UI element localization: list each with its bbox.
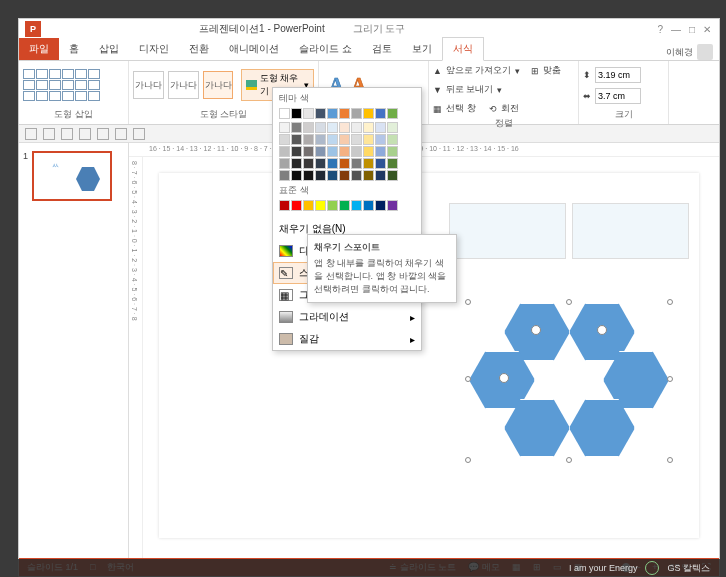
color-swatch[interactable] — [351, 108, 362, 119]
rotation-handle[interactable] — [597, 325, 607, 335]
qat-icon[interactable] — [115, 128, 127, 140]
color-swatch[interactable] — [327, 158, 338, 169]
color-swatch[interactable] — [375, 200, 386, 211]
color-swatch[interactable] — [387, 170, 398, 181]
tab-insert[interactable]: 삽입 — [89, 38, 129, 60]
tab-animations[interactable]: 애니메이션 — [219, 38, 289, 60]
theme-tint-rows[interactable] — [279, 122, 415, 181]
color-swatch[interactable] — [363, 146, 374, 157]
color-swatch[interactable] — [327, 134, 338, 145]
close-button[interactable]: ✕ — [703, 24, 711, 35]
color-swatch[interactable] — [387, 158, 398, 169]
tab-transitions[interactable]: 전환 — [179, 38, 219, 60]
slide-editor[interactable]: 16 · 15 · 14 · 13 · 12 · 11 · 10 · 9 · 8… — [129, 143, 719, 558]
color-swatch[interactable] — [339, 108, 350, 119]
slide-thumbnail-1[interactable]: ㅆ — [32, 151, 112, 201]
color-swatch[interactable] — [279, 146, 290, 157]
color-swatch[interactable] — [375, 134, 386, 145]
color-swatch[interactable] — [303, 134, 314, 145]
qat-icon[interactable] — [79, 128, 91, 140]
color-swatch[interactable] — [363, 108, 374, 119]
color-swatch[interactable] — [279, 134, 290, 145]
color-swatch[interactable] — [303, 122, 314, 133]
color-swatch[interactable] — [375, 122, 386, 133]
color-swatch[interactable] — [339, 122, 350, 133]
color-swatch[interactable] — [363, 158, 374, 169]
standard-color-row[interactable] — [279, 200, 415, 211]
color-swatch[interactable] — [315, 158, 326, 169]
height-input[interactable] — [595, 67, 641, 83]
rotation-handle[interactable] — [531, 325, 541, 335]
color-swatch[interactable] — [291, 122, 302, 133]
color-swatch[interactable] — [303, 170, 314, 181]
color-swatch[interactable] — [291, 134, 302, 145]
color-swatch[interactable] — [327, 146, 338, 157]
user-account[interactable]: 이혜경 — [666, 44, 713, 60]
tab-home[interactable]: 홈 — [59, 38, 89, 60]
color-swatch[interactable] — [387, 146, 398, 157]
color-swatch[interactable] — [303, 108, 314, 119]
color-swatch[interactable] — [351, 158, 362, 169]
shapes-gallery[interactable] — [23, 69, 100, 101]
qat-icon[interactable] — [43, 128, 55, 140]
design-idea-2[interactable] — [572, 203, 689, 259]
color-swatch[interactable] — [375, 146, 386, 157]
qat-icon[interactable] — [97, 128, 109, 140]
gradient-fill-item[interactable]: 그라데이션▸ — [273, 306, 421, 328]
color-swatch[interactable] — [291, 200, 302, 211]
slide-canvas[interactable] — [159, 173, 699, 538]
hexagon-shape-group[interactable] — [469, 303, 669, 493]
color-swatch[interactable] — [339, 158, 350, 169]
selection-pane-button[interactable]: ▦선택 창 ⟲회전 — [433, 101, 519, 116]
maximize-button[interactable]: □ — [689, 24, 695, 35]
color-swatch[interactable] — [291, 146, 302, 157]
color-swatch[interactable] — [327, 122, 338, 133]
color-swatch[interactable] — [363, 122, 374, 133]
tab-review[interactable]: 검토 — [362, 38, 402, 60]
tab-format[interactable]: 서식 — [442, 37, 484, 61]
color-swatch[interactable] — [327, 170, 338, 181]
color-swatch[interactable] — [351, 146, 362, 157]
texture-fill-item[interactable]: 질감▸ — [273, 328, 421, 350]
color-swatch[interactable] — [315, 170, 326, 181]
color-swatch[interactable] — [303, 146, 314, 157]
color-swatch[interactable] — [315, 146, 326, 157]
qat-icon[interactable] — [25, 128, 37, 140]
shape-style-3[interactable]: 가나다 — [203, 71, 234, 99]
help-icon[interactable]: ? — [657, 24, 663, 35]
color-swatch[interactable] — [387, 108, 398, 119]
color-swatch[interactable] — [279, 108, 290, 119]
color-swatch[interactable] — [291, 108, 302, 119]
minimize-button[interactable]: — — [671, 24, 681, 35]
color-swatch[interactable] — [351, 134, 362, 145]
send-backward-button[interactable]: ▼뒤로 보내기▾ — [433, 82, 502, 97]
qat-icon[interactable] — [61, 128, 73, 140]
color-swatch[interactable] — [363, 170, 374, 181]
shape-style-1[interactable]: 가나다 — [133, 71, 164, 99]
color-swatch[interactable] — [339, 200, 350, 211]
color-swatch[interactable] — [375, 158, 386, 169]
color-swatch[interactable] — [363, 134, 374, 145]
tab-design[interactable]: 디자인 — [129, 38, 179, 60]
color-swatch[interactable] — [327, 200, 338, 211]
tab-file[interactable]: 파일 — [19, 38, 59, 60]
color-swatch[interactable] — [375, 170, 386, 181]
width-input[interactable] — [595, 88, 641, 104]
rotation-handle[interactable] — [499, 373, 509, 383]
color-swatch[interactable] — [303, 200, 314, 211]
color-swatch[interactable] — [387, 122, 398, 133]
bring-forward-button[interactable]: ▲앞으로 가져오기▾ ⊞맞춤 — [433, 63, 561, 78]
color-swatch[interactable] — [339, 170, 350, 181]
color-swatch[interactable] — [315, 108, 326, 119]
tab-slideshow[interactable]: 슬라이드 쇼 — [289, 38, 362, 60]
color-swatch[interactable] — [351, 170, 362, 181]
color-swatch[interactable] — [291, 170, 302, 181]
color-swatch[interactable] — [279, 122, 290, 133]
color-swatch[interactable] — [375, 108, 386, 119]
shape-style-2[interactable]: 가나다 — [168, 71, 199, 99]
tab-view[interactable]: 보기 — [402, 38, 442, 60]
color-swatch[interactable] — [339, 134, 350, 145]
color-swatch[interactable] — [363, 200, 374, 211]
color-swatch[interactable] — [315, 200, 326, 211]
qat-icon[interactable] — [133, 128, 145, 140]
